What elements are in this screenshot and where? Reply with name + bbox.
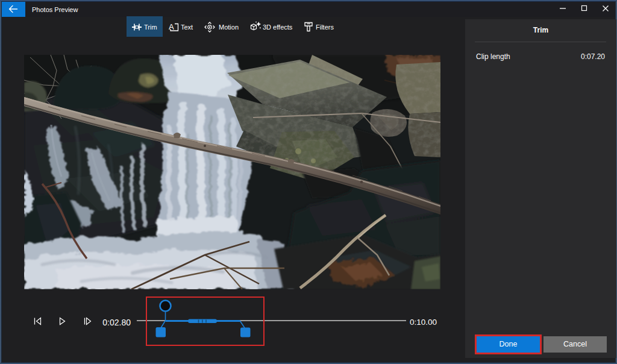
svg-text:A: A: [169, 22, 174, 31]
